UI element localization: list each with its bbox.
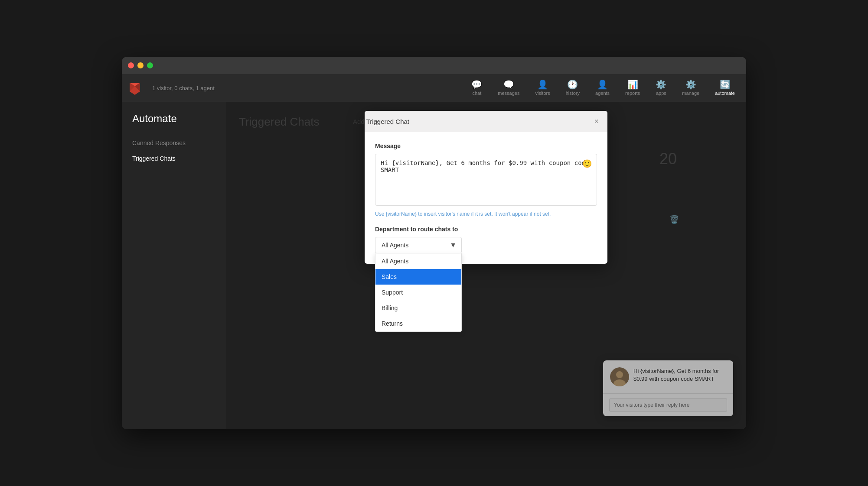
hint-text: Use {visitorName} to insert visitor's na… bbox=[375, 211, 597, 217]
department-dropdown: All Agents Sales Support Billing Returns bbox=[375, 253, 462, 332]
dept-option-returns[interactable]: Returns bbox=[375, 316, 461, 331]
sidebar-item-canned[interactable]: Canned Responses bbox=[122, 135, 226, 151]
dept-option-support[interactable]: Support bbox=[375, 285, 461, 300]
manage-icon: ⚙️ bbox=[685, 80, 696, 89]
add-triggered-chat-modal: ← Add Triggered Chat × Message 🙂 bbox=[365, 111, 607, 264]
apps-icon: ⚙️ bbox=[656, 80, 666, 89]
app-window: 1 visitor, 0 chats, 1 agent 💬 chat 🗨️ me… bbox=[122, 57, 746, 429]
content-area: Triggered Chats 20 🗑️ ← Add Triggered Ch… bbox=[226, 102, 746, 429]
nav-manage-label: manage bbox=[682, 91, 699, 96]
nav-history[interactable]: 🕐 history bbox=[559, 77, 587, 99]
maximize-button[interactable] bbox=[147, 62, 153, 68]
modal-body: Message 🙂 Use {visitorName} to insert vi… bbox=[365, 132, 607, 264]
nav-automate-label: automate bbox=[715, 91, 735, 96]
sidebar: Automate Canned Responses Triggered Chat… bbox=[122, 102, 226, 429]
top-nav: 💬 chat 🗨️ messages 👤 visitors 🕐 history … bbox=[464, 77, 746, 99]
textarea-wrapper: 🙂 bbox=[375, 154, 597, 207]
traffic-lights bbox=[128, 62, 153, 68]
logo-icon bbox=[128, 81, 142, 95]
close-button[interactable] bbox=[128, 62, 134, 68]
department-label: Department to route chats to bbox=[375, 226, 597, 233]
nav-agents[interactable]: 👤 agents bbox=[588, 77, 617, 99]
emoji-button[interactable]: 🙂 bbox=[582, 159, 592, 168]
modal-header: ← Add Triggered Chat × bbox=[365, 111, 607, 132]
sidebar-title: Automate bbox=[122, 113, 226, 135]
nav-chat[interactable]: 💬 chat bbox=[464, 77, 489, 99]
titlebar bbox=[122, 57, 746, 74]
nav-history-label: history bbox=[566, 91, 580, 96]
main-content: Automate Canned Responses Triggered Chat… bbox=[122, 102, 746, 429]
dept-option-billing[interactable]: Billing bbox=[375, 300, 461, 316]
department-select[interactable]: All Agents bbox=[375, 237, 462, 253]
visitors-icon: 👤 bbox=[537, 80, 548, 89]
chat-icon: 💬 bbox=[471, 80, 482, 89]
messages-icon: 🗨️ bbox=[503, 80, 514, 89]
modal-header-inner: ← Add Triggered Chat × bbox=[373, 117, 599, 126]
nav-reports[interactable]: 📊 reports bbox=[618, 77, 647, 99]
dept-option-sales[interactable]: Sales bbox=[375, 269, 461, 285]
modal-close-button[interactable]: × bbox=[594, 117, 599, 126]
automate-icon: 🔄 bbox=[720, 80, 731, 89]
nav-visitors[interactable]: 👤 visitors bbox=[528, 77, 557, 99]
app-body: 1 visitor, 0 chats, 1 agent 💬 chat 🗨️ me… bbox=[122, 74, 746, 429]
modal-title: Add Triggered Chat bbox=[274, 118, 487, 125]
nav-messages-label: messages bbox=[498, 91, 519, 96]
sidebar-item-triggered[interactable]: Triggered Chats bbox=[122, 151, 226, 166]
history-icon: 🕐 bbox=[567, 80, 578, 89]
message-input[interactable] bbox=[375, 154, 597, 206]
nav-reports-label: reports bbox=[625, 91, 640, 96]
department-select-wrapper: All Agents ▼ All Agents Sales Support Bi… bbox=[375, 237, 462, 253]
nav-messages[interactable]: 🗨️ messages bbox=[491, 77, 526, 99]
status-text: 1 visitor, 0 chats, 1 agent bbox=[148, 85, 464, 91]
nav-apps-label: apps bbox=[656, 91, 666, 96]
message-label: Message bbox=[375, 143, 597, 149]
topbar: 1 visitor, 0 chats, 1 agent 💬 chat 🗨️ me… bbox=[122, 74, 746, 102]
modal-overlay: ← Add Triggered Chat × Message 🙂 bbox=[226, 102, 746, 429]
nav-chat-label: chat bbox=[472, 91, 481, 96]
minimize-button[interactable] bbox=[137, 62, 144, 68]
agents-icon: 👤 bbox=[597, 80, 608, 89]
logo-area bbox=[122, 81, 148, 95]
nav-automate[interactable]: 🔄 automate bbox=[708, 77, 742, 99]
nav-manage[interactable]: ⚙️ manage bbox=[675, 77, 706, 99]
reports-icon: 📊 bbox=[627, 80, 638, 89]
nav-visitors-label: visitors bbox=[535, 91, 550, 96]
dept-option-all[interactable]: All Agents bbox=[375, 253, 461, 269]
nav-apps[interactable]: ⚙️ apps bbox=[649, 77, 673, 99]
nav-agents-label: agents bbox=[595, 91, 610, 96]
